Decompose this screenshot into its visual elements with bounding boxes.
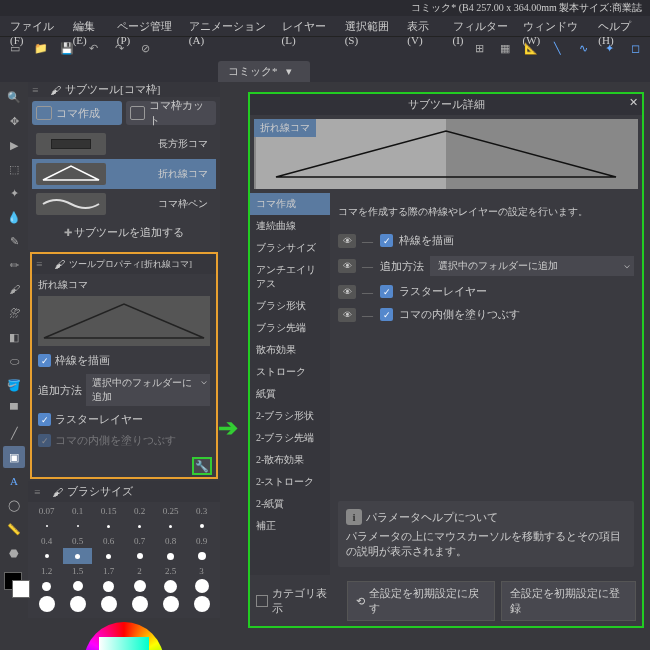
menu-icon[interactable]: ≡ <box>32 84 46 96</box>
cat-item[interactable]: 2-ストローク <box>250 471 330 493</box>
menu-bar: ファイル(F) 編集(E) ページ管理(P) アニメーション(A) レイヤー(L… <box>0 16 650 36</box>
add-subtool-button[interactable]: ✚ サブツールを追加する <box>32 219 216 246</box>
zoom-icon[interactable]: 🔍 <box>3 86 25 108</box>
subtool-item-polyline[interactable]: 折れ線コマ <box>32 159 216 189</box>
eyedrop-icon[interactable]: 💧 <box>3 206 25 228</box>
subtool-item-rect[interactable]: 長方形コマ <box>32 129 216 159</box>
bg-color[interactable] <box>12 580 30 598</box>
spray-icon[interactable]: ⛈ <box>3 302 25 324</box>
menu-help[interactable]: ヘルプ(H) <box>592 16 646 36</box>
brush-size-palette: 0.070.10.150.20.250.3 0.40.50.60.70.80.9… <box>28 502 220 618</box>
subtool-header: ≡ 🖌 サブツール[コマ枠] <box>28 82 220 97</box>
menu-select[interactable]: 選択範囲(S) <box>339 16 401 36</box>
add-method-select[interactable]: 選択中のフォルダーに追加 <box>86 374 210 406</box>
sym-icon[interactable]: ✦ <box>600 40 618 58</box>
info-icon: i <box>346 509 362 525</box>
box-icon[interactable]: ◻ <box>626 40 644 58</box>
open-icon[interactable]: 📁 <box>32 40 50 58</box>
eye-icon[interactable]: 👁 <box>338 234 356 248</box>
eraser-icon[interactable]: ◧ <box>3 326 25 348</box>
save-icon[interactable]: 💾 <box>58 40 76 58</box>
eye-icon[interactable]: 👁 <box>338 308 356 322</box>
operation-icon[interactable]: ▶ <box>3 134 25 156</box>
dialog-preview: 折れ線コマ <box>254 119 638 189</box>
menu-page[interactable]: ページ管理(P) <box>111 16 182 36</box>
move-icon[interactable]: ✥ <box>3 110 25 132</box>
title-bar: コミック* (B4 257.00 x 364.00mm 製本サイズ:商業誌 <box>0 0 650 16</box>
cat-item[interactable]: 2-散布効果 <box>250 449 330 471</box>
effect-icon[interactable]: ⬣ <box>3 542 25 564</box>
cat-item[interactable]: ブラシ形状 <box>250 295 330 317</box>
cat-item[interactable]: ストローク <box>250 361 330 383</box>
cat-item[interactable]: 2-紙質 <box>250 493 330 515</box>
menu-edit[interactable]: 編集(E) <box>67 16 110 36</box>
snap-icon[interactable]: ⊞ <box>470 40 488 58</box>
marquee-icon[interactable]: ⬚ <box>3 158 25 180</box>
category-description: コマを作成する際の枠線やレイヤーの設定を行います。 <box>338 201 634 229</box>
cat-item[interactable]: 連続曲線 <box>250 215 330 237</box>
fill-icon[interactable]: 🪣 <box>3 374 25 396</box>
subtool-tab-cut[interactable]: コマ枠カット <box>126 101 216 125</box>
menu-view[interactable]: 表示(V) <box>401 16 445 36</box>
subtool-item-pen[interactable]: コマ枠ペン <box>32 189 216 219</box>
cat-item[interactable]: ブラシサイズ <box>250 237 330 259</box>
wrench-icon[interactable]: 🔧 <box>192 457 212 475</box>
chevron-down-icon[interactable]: ▾ <box>286 65 292 78</box>
grid-icon[interactable]: ▦ <box>496 40 514 58</box>
text-icon[interactable]: A <box>3 470 25 492</box>
redo-icon[interactable]: ↷ <box>110 40 128 58</box>
checkbox[interactable]: ✓ <box>380 308 393 321</box>
menu-anim[interactable]: アニメーション(A) <box>183 16 275 36</box>
cat-item[interactable]: 2-ブラシ形状 <box>250 405 330 427</box>
eye-icon[interactable]: 👁 <box>338 285 356 299</box>
checkbox-raster[interactable]: ✓ <box>38 413 51 426</box>
menu-window[interactable]: ウィンドウ(W) <box>517 16 592 36</box>
balloon-icon[interactable]: ◯ <box>3 494 25 516</box>
checkbox[interactable]: ✓ <box>380 234 393 247</box>
ruler-icon[interactable]: 📐 <box>522 40 540 58</box>
cat-item[interactable]: 散布効果 <box>250 339 330 361</box>
register-button[interactable]: 全設定を初期設定に登録 <box>501 581 636 621</box>
color-wheel[interactable] <box>28 618 220 650</box>
gradient-icon[interactable]: ▀ <box>3 398 25 420</box>
menu-file[interactable]: ファイル(F) <box>4 16 66 36</box>
cat-item[interactable]: ブラシ先端 <box>250 317 330 339</box>
cat-item[interactable]: コマ作成 <box>250 193 330 215</box>
method-select[interactable]: 選択中のフォルダーに追加 <box>430 256 634 276</box>
reset-button[interactable]: ⟲全設定を初期設定に戻す <box>347 581 495 621</box>
eye-icon[interactable]: 👁 <box>338 259 356 273</box>
ruler-tool-icon[interactable]: 📏 <box>3 518 25 540</box>
cat-item[interactable]: 補正 <box>250 515 330 537</box>
menu-filter[interactable]: フィルター(I) <box>447 16 516 36</box>
diag-icon[interactable]: ╲ <box>548 40 566 58</box>
blend-icon[interactable]: ⬭ <box>3 350 25 372</box>
pen-icon[interactable]: ✎ <box>3 230 25 252</box>
checkbox-fill[interactable]: ✓ <box>38 434 51 447</box>
clear-icon[interactable]: ⊘ <box>136 40 154 58</box>
brush-icon[interactable]: 🖌 <box>3 278 25 300</box>
arrow-icon: ➔ <box>218 414 238 442</box>
subtool-detail-dialog: サブツール詳細✕ 折れ線コマ コマ作成 連続曲線 ブラシサイズ アンチエイリアス… <box>248 92 644 628</box>
subtool-tab-create[interactable]: コマ作成 <box>32 101 122 125</box>
property-preview <box>38 296 210 346</box>
checkbox[interactable]: ✓ <box>380 285 393 298</box>
undo-icon[interactable]: ↶ <box>84 40 102 58</box>
wand-icon[interactable]: ✦ <box>3 182 25 204</box>
close-icon[interactable]: ✕ <box>629 96 638 109</box>
doc-tab[interactable]: コミック*▾ <box>218 61 310 82</box>
pencil-icon[interactable]: ✏ <box>3 254 25 276</box>
new-icon[interactable]: ▭ <box>6 40 24 58</box>
svg-marker-0 <box>43 166 99 180</box>
help-box: iパラメータヘルプについて パラメータの上にマウスカーソルを移動するとその項目の… <box>338 501 634 567</box>
line-icon[interactable]: ╱ <box>3 422 25 444</box>
document-tabs: コミック*▾ <box>0 60 650 82</box>
frame-icon[interactable]: ▣ <box>3 446 25 468</box>
cat-item[interactable]: 2-ブラシ先端 <box>250 427 330 449</box>
checkbox-border[interactable]: ✓ <box>38 354 51 367</box>
cat-item[interactable]: アンチエイリアス <box>250 259 330 295</box>
menu-icon[interactable]: ≡ <box>36 258 50 270</box>
menu-layer[interactable]: レイヤー(L) <box>276 16 338 36</box>
cat-item[interactable]: 紙質 <box>250 383 330 405</box>
checkbox-category[interactable] <box>256 595 268 607</box>
curve-icon[interactable]: ∿ <box>574 40 592 58</box>
